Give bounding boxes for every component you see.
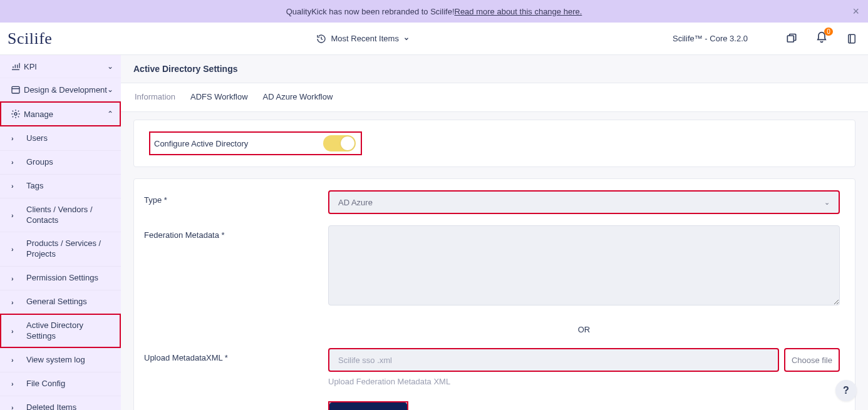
svg-point-3 bbox=[14, 113, 17, 115]
form-card: Type * AD Azure ⌄ Federation Metadata * bbox=[133, 178, 855, 410]
chevron-down-icon: ⌄ bbox=[107, 62, 113, 71]
tab-information[interactable]: Information bbox=[133, 83, 177, 111]
upload-hint: Upload Federation Metadata XML bbox=[328, 377, 840, 386]
or-separator: OR bbox=[328, 325, 840, 334]
tab-adfs-workflow[interactable]: ADFS Workflow bbox=[189, 83, 249, 111]
sidebar-item-design[interactable]: Design & Development ⌄ bbox=[0, 78, 121, 101]
file-name-value: Scilife sso .xml bbox=[338, 356, 392, 365]
windows-icon[interactable] bbox=[785, 33, 798, 45]
configure-ad-toggle[interactable] bbox=[323, 135, 356, 151]
sidebar-item-deleted[interactable]: ›Deleted Items bbox=[0, 396, 121, 410]
recent-items-label: Most Recent Items bbox=[331, 34, 399, 43]
notification-badge: 0 bbox=[824, 28, 833, 36]
sidebar-item-clients[interactable]: ›Clients / Vendors / Contacts bbox=[0, 198, 121, 232]
federation-metadata-textarea[interactable] bbox=[328, 225, 840, 305]
sidebar-item-general[interactable]: ›General Settings bbox=[0, 290, 121, 314]
sidebar-item-label: Permission Settings bbox=[26, 273, 113, 284]
sidebar-item-groups[interactable]: ›Groups bbox=[0, 150, 121, 174]
choose-file-button[interactable]: Choose file bbox=[784, 348, 840, 372]
book-icon[interactable] bbox=[845, 33, 858, 45]
page-title: Active Directory Settings bbox=[121, 55, 868, 83]
gear-icon bbox=[8, 109, 24, 119]
version-label: Scilife™ - Core 3.2.0 bbox=[673, 34, 748, 43]
type-select[interactable]: AD Azure ⌄ bbox=[328, 190, 840, 214]
configure-ad-label: Configure Active Directory bbox=[154, 139, 248, 148]
sidebar-item-active-directory[interactable]: ›Active Directory Settings bbox=[0, 314, 121, 348]
recent-items-dropdown[interactable]: Most Recent Items bbox=[315, 33, 410, 45]
tabs: Information ADFS Workflow AD Azure Workf… bbox=[121, 83, 868, 112]
sidebar-item-label: Active Directory Settings bbox=[26, 320, 113, 342]
sidebar-item-products[interactable]: ›Products / Services / Projects bbox=[0, 232, 121, 266]
upload-metadata-label: Upload MetadataXML * bbox=[140, 348, 328, 362]
sidebar-item-kpi[interactable]: KPI ⌄ bbox=[0, 55, 121, 78]
announcement-bar: QualityKick has now been rebranded to Sc… bbox=[0, 0, 868, 23]
type-value: AD Azure bbox=[338, 198, 373, 207]
sidebar-item-tags[interactable]: ›Tags bbox=[0, 174, 121, 198]
sidebar-item-label: Deleted Items bbox=[26, 402, 113, 410]
sidebar-item-users[interactable]: ›Users bbox=[0, 126, 121, 150]
tab-ad-azure-workflow[interactable]: AD Azure Workflow bbox=[262, 83, 334, 111]
file-name-input[interactable]: Scilife sso .xml bbox=[328, 348, 779, 372]
sidebar-item-manage[interactable]: Manage ⌃ bbox=[0, 101, 121, 126]
brand-logo[interactable]: Scilife bbox=[8, 29, 52, 48]
type-label: Type * bbox=[140, 190, 328, 205]
svg-rect-2 bbox=[12, 86, 19, 93]
sidebar: KPI ⌄ Design & Development ⌄ Manage ⌃ ›U… bbox=[0, 55, 121, 410]
chevron-down-icon: ⌄ bbox=[107, 85, 113, 94]
sidebar-item-system-log[interactable]: ›View system log bbox=[0, 348, 121, 372]
sidebar-item-label: Products / Services / Projects bbox=[26, 238, 113, 260]
chart-icon bbox=[8, 61, 24, 71]
sidebar-item-permission[interactable]: ›Permission Settings bbox=[0, 266, 121, 290]
chevron-down-icon bbox=[403, 33, 410, 45]
federation-metadata-label: Federation Metadata * bbox=[140, 225, 328, 240]
sidebar-item-label: View system log bbox=[26, 355, 113, 366]
notifications-button[interactable]: 0 bbox=[815, 31, 828, 46]
svg-rect-1 bbox=[849, 34, 855, 43]
close-icon[interactable]: × bbox=[852, 5, 859, 18]
sidebar-item-label: Clients / Vendors / Contacts bbox=[26, 205, 113, 226]
sidebar-item-label: Tags bbox=[26, 181, 113, 192]
help-button[interactable]: ? bbox=[835, 380, 857, 401]
sidebar-item-label: Users bbox=[26, 133, 113, 144]
main-content: Active Directory Settings Information AD… bbox=[121, 55, 868, 410]
sidebar-item-label: File Config bbox=[26, 379, 113, 389]
sidebar-item-label: Design & Development bbox=[24, 85, 107, 95]
chevron-up-icon: ⌃ bbox=[107, 110, 113, 118]
configure-card: Configure Active Directory bbox=[133, 120, 855, 167]
parse-metadata-button[interactable]: Parse Metadata bbox=[329, 402, 407, 410]
svg-rect-0 bbox=[787, 36, 793, 42]
sidebar-item-label: Groups bbox=[26, 157, 113, 168]
announcement-link[interactable]: Read more about this change here. bbox=[455, 7, 582, 16]
sidebar-item-label: General Settings bbox=[26, 297, 113, 307]
calendar-icon bbox=[8, 85, 24, 95]
announcement-text: QualityKick has now been rebranded to Sc… bbox=[286, 7, 455, 16]
sidebar-item-label: Manage bbox=[24, 110, 107, 119]
sidebar-item-file-config[interactable]: ›File Config bbox=[0, 372, 121, 396]
chevron-down-icon: ⌄ bbox=[824, 198, 830, 207]
history-icon bbox=[315, 33, 328, 45]
topbar: Scilife Most Recent Items Scilife™ - Cor… bbox=[0, 23, 868, 55]
sidebar-item-label: KPI bbox=[24, 62, 107, 71]
